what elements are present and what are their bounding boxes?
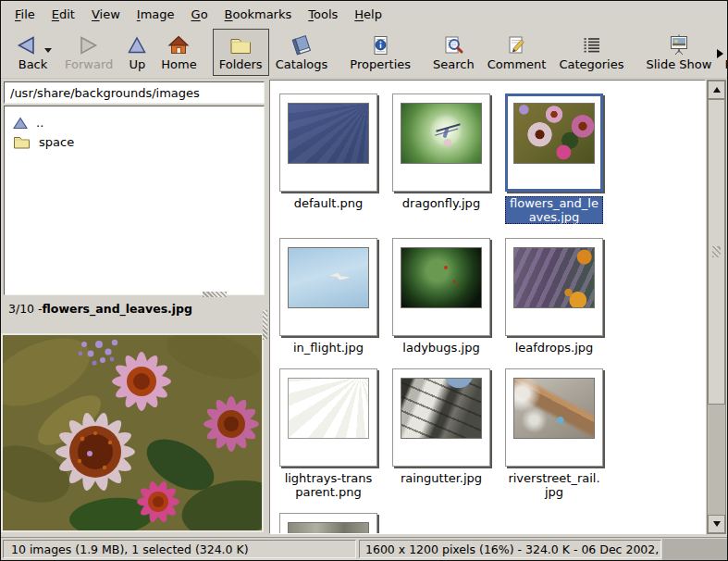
- thumbnail-picture: [401, 378, 482, 439]
- gthumb-window: File Edit View Image Go Bookmarks Tools …: [0, 0, 728, 561]
- thumbnail-card: [279, 513, 377, 534]
- thumbnail-label: raingutter.jpg: [399, 471, 484, 485]
- thumbnail-in-flight[interactable]: in_flight.jpg: [279, 238, 377, 355]
- forward-arrow-icon: [77, 34, 101, 56]
- thumbnail-picture: [288, 103, 369, 164]
- home-button[interactable]: Home: [154, 29, 203, 76]
- thumbnail-riverstreet-rail[interactable]: riverstreet_rail.jpg: [505, 368, 603, 499]
- statusbar: 10 images (1.9 MB), 1 selected (324.0 K)…: [1, 537, 727, 560]
- thumbnail-label: ladybugs.jpg: [401, 341, 481, 355]
- menu-help[interactable]: Help: [346, 3, 390, 26]
- folder-item-space[interactable]: space: [5, 132, 264, 152]
- thumbnail-picture: [401, 103, 482, 164]
- splitter-grip-horizontal[interactable]: [203, 292, 227, 297]
- thumbnail-ladybugs[interactable]: ladybugs.jpg: [392, 238, 490, 355]
- thumbnail-card: [505, 94, 603, 192]
- location-entry[interactable]: [4, 81, 265, 104]
- thumbnail-picture: [401, 247, 482, 308]
- thumbnail-dragonfly[interactable]: dragonfly.jpg: [392, 94, 490, 210]
- thumbnail-card: [279, 94, 377, 192]
- thumbnail-label: flowers_and_leaves.jpg: [505, 196, 603, 224]
- thumbnail-flowers-and-leaves-selected[interactable]: flowers_and_leaves.jpg: [505, 94, 603, 224]
- back-button[interactable]: Back: [7, 29, 58, 76]
- comment-button[interactable]: Comment: [481, 29, 553, 76]
- folders-button[interactable]: Folders: [213, 29, 269, 76]
- thumbnail-picture: [513, 378, 595, 439]
- menubar: File Edit View Image Go Bookmarks Tools …: [1, 1, 727, 27]
- menu-file[interactable]: File: [6, 3, 43, 26]
- folder-item-label: space: [39, 135, 74, 149]
- thumbnail-card: [392, 238, 490, 336]
- home-icon: [167, 34, 190, 56]
- thumbnail-label: lightrays-transparent.png: [279, 471, 377, 499]
- scrollbar-up-button[interactable]: [708, 81, 725, 99]
- slideshow-button[interactable]: Slide Show: [639, 29, 718, 76]
- back-arrow-icon: [14, 34, 38, 56]
- thumbnail-picture: [513, 247, 595, 308]
- thumbnail-default[interactable]: default.png: [279, 94, 377, 210]
- thumbnail-grid: default.png dragonfly.jpg flowers_and_le…: [270, 81, 705, 534]
- sidebar: .. space 3/10 - flowers_and_leaves.jpg: [1, 79, 267, 537]
- thumbnail-card: [279, 368, 377, 467]
- thumbnail-label: in_flight.jpg: [291, 341, 365, 355]
- thumbnail-card: [392, 368, 490, 467]
- folder-icon: [228, 34, 253, 56]
- thumbnail-raingutter[interactable]: raingutter.jpg: [392, 368, 490, 485]
- thumbnail-label: leafdrops.jpg: [513, 341, 596, 355]
- preview-image: [1, 333, 264, 532]
- comment-pencil-icon: [505, 34, 528, 56]
- categories-list-icon: [580, 34, 603, 56]
- thumbnail-leafdrops[interactable]: leafdrops.jpg: [505, 238, 603, 355]
- thumbnail-label: riverstreet_rail.jpg: [505, 471, 603, 499]
- thumbnail-label: default.png: [292, 196, 365, 210]
- thumbnail-partial[interactable]: [279, 513, 377, 534]
- thumbnail-card: [392, 94, 490, 192]
- menu-edit[interactable]: Edit: [43, 3, 83, 26]
- back-history-dropdown-arrow[interactable]: [44, 48, 52, 53]
- thumbnail-picture: [288, 378, 369, 439]
- menu-view[interactable]: View: [83, 3, 129, 26]
- menu-go[interactable]: Go: [183, 3, 216, 26]
- menu-image[interactable]: Image: [129, 3, 183, 26]
- selection-position: 3/10 -: [8, 302, 43, 316]
- document-info-icon: [369, 34, 392, 56]
- thumbnail-card: [279, 238, 377, 336]
- toolbar: Back Forward Up: [1, 27, 727, 79]
- statusbar-corner: [662, 539, 727, 560]
- up-arrow-icon: [713, 87, 721, 93]
- up-button[interactable]: Up: [119, 29, 154, 76]
- folder-item-parent[interactable]: ..: [5, 113, 264, 132]
- book-icon: [290, 33, 314, 57]
- up-arrow-icon: [126, 34, 148, 56]
- search-icon: [442, 34, 465, 56]
- folder-icon: [13, 135, 31, 149]
- menu-tools[interactable]: Tools: [300, 3, 346, 26]
- scrollbar-thumb[interactable]: [708, 99, 725, 405]
- selection-filename: flowers_and_leaves.jpg: [43, 302, 192, 316]
- selection-status: 3/10 - flowers_and_leaves.jpg: [1, 295, 267, 321]
- thumbnail-picture: [288, 522, 369, 534]
- thumbnail-lightrays[interactable]: lightrays-transparent.png: [279, 368, 377, 499]
- statusbar-image-details: 1600 x 1200 pixels (16%) - 324.0 K - 06 …: [359, 540, 661, 558]
- categories-button[interactable]: Categories: [552, 29, 630, 76]
- menu-bookmarks[interactable]: Bookmarks: [216, 3, 301, 26]
- folder-item-label: ..: [36, 116, 43, 130]
- search-button[interactable]: Search: [426, 29, 481, 76]
- up-level-icon: [13, 117, 28, 130]
- main-area: .. space 3/10 - flowers_and_leaves.jpg: [1, 79, 727, 537]
- thumbnail-card: [505, 368, 603, 467]
- vertical-scrollbar[interactable]: [707, 80, 726, 534]
- thumbnail-card: [505, 238, 603, 336]
- catalogs-button[interactable]: Catalogs: [269, 29, 335, 76]
- thumbnail-view: default.png dragonfly.jpg flowers_and_le…: [269, 80, 706, 534]
- thumbnail-picture: [513, 103, 595, 164]
- forward-button[interactable]: Forward: [58, 29, 119, 76]
- properties-button[interactable]: Properties: [343, 29, 417, 76]
- thumbnail-picture: [288, 247, 369, 308]
- toolbar-overflow-arrow[interactable]: [717, 49, 723, 58]
- folder-list: .. space: [4, 106, 265, 295]
- slideshow-screen-icon: [667, 33, 691, 56]
- thumbnail-label: dragonfly.jpg: [401, 196, 482, 210]
- statusbar-images-summary: 10 images (1.9 MB), 1 selected (324.0 K): [3, 540, 356, 558]
- scrollbar-down-button[interactable]: [708, 515, 725, 533]
